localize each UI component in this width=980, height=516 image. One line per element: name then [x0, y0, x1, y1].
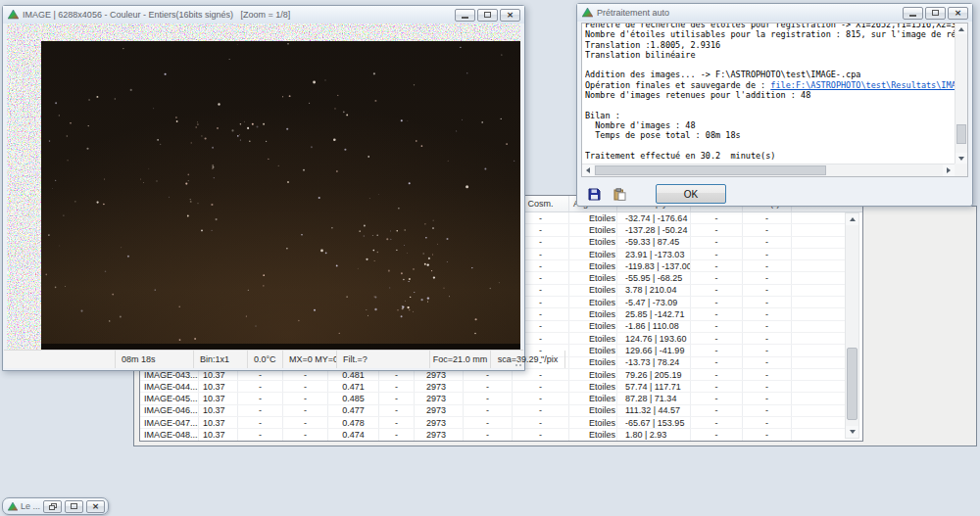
cell: -	[691, 333, 743, 344]
cell: 3.78 | 210.04	[617, 285, 691, 296]
scroll-thumb[interactable]	[956, 124, 966, 144]
scroll-down-button[interactable]	[846, 426, 858, 438]
cell: Etoiles	[569, 345, 617, 355]
log-line: Nombre d'images retenues pour l'addition…	[585, 90, 955, 100]
cell: -	[691, 417, 743, 428]
image-window-titlebar[interactable]: IMAGE | 6288x4056 - Couleur - Entiers(16…	[3, 6, 524, 23]
cell: 10.37	[199, 405, 238, 416]
scroll-right-button[interactable]	[943, 164, 955, 176]
table-row[interactable]: IMAGE-047....10.37--0.478-2973--Etoiles-…	[140, 417, 846, 429]
cell: -13.73 | 78.24	[617, 357, 691, 368]
cell: -	[743, 333, 792, 344]
close-button[interactable]: ×	[948, 7, 968, 20]
cell: Etoiles	[569, 321, 617, 332]
cell: -	[691, 405, 743, 416]
cell: Etoiles	[569, 405, 617, 416]
status-segment: 0.0°C	[248, 351, 283, 368]
scroll-down-button[interactable]	[956, 153, 967, 164]
status-segment: Bin:1x1	[194, 351, 248, 368]
cell: 0.474	[328, 429, 379, 440]
cell: 2973	[415, 393, 464, 403]
dialog-title: Prétraitement auto	[597, 8, 669, 18]
minimize-icon	[462, 17, 468, 19]
maximize-button[interactable]	[65, 500, 83, 513]
cell: -	[379, 417, 415, 428]
arrow-up-icon	[958, 27, 964, 31]
cell: -	[691, 357, 743, 368]
close-icon: ×	[955, 9, 962, 18]
cell: -	[743, 297, 792, 307]
status-segment: 08m 18s	[116, 351, 194, 368]
cell: -	[691, 249, 743, 259]
image-window: IMAGE | 6288x4056 - Couleur - Entiers(16…	[2, 5, 525, 371]
cell: -	[283, 417, 328, 428]
log-line	[585, 60, 955, 70]
scroll-up-button[interactable]	[956, 23, 967, 34]
restore-icon	[932, 10, 939, 16]
cell: -	[743, 321, 792, 332]
minimize-icon	[909, 15, 916, 17]
cell: -	[743, 393, 792, 403]
result-file-link[interactable]: file:F:\ASTROPHOTO\test\Resultats\IMAGE.…	[770, 80, 955, 90]
cell: 2973	[415, 417, 464, 428]
scroll-up-button[interactable]	[846, 213, 858, 225]
scroll-thumb[interactable]	[595, 165, 826, 175]
minimized-window[interactable]: Le ... ×	[2, 497, 109, 515]
scroll-left-button[interactable]	[582, 164, 594, 176]
cell: -	[513, 417, 569, 428]
cell: -32.74 | -176.64	[617, 212, 691, 223]
cell: -5.47 | -73.09	[617, 297, 691, 307]
copy-log-button[interactable]	[611, 186, 628, 202]
log-horizontal-scrollbar[interactable]	[582, 164, 955, 176]
cell: 79.26 | 205.19	[617, 369, 691, 380]
table-row[interactable]: IMAGE-044....10.37--0.471-2973--Etoiles5…	[140, 381, 846, 393]
cell: -	[691, 272, 743, 283]
dialog-titlebar[interactable]: Prétraitement auto ×	[577, 4, 972, 22]
cell: 0.477	[328, 405, 379, 416]
cell: -	[743, 345, 792, 355]
cell: 0.471	[328, 381, 379, 392]
noise-border-left	[7, 23, 41, 350]
cell: -	[743, 369, 792, 380]
restore-button[interactable]	[43, 500, 62, 513]
cell: -	[691, 285, 743, 296]
table-row[interactable]: IMAGE-048....10.37--0.474-2973--Etoiles1…	[140, 429, 846, 441]
log-line: Translation bilinéaire	[585, 50, 955, 60]
log-line: Nombre d'étoiles utilisables pour la reg…	[585, 29, 955, 39]
log-line: Opération finales et sauvegarde de : fil…	[585, 80, 955, 90]
cell: -	[513, 381, 569, 392]
cell: Etoiles	[569, 285, 617, 296]
status-segment: MX=0 MY=0	[283, 351, 337, 368]
cell: Etoiles	[569, 272, 617, 283]
astrophoto-canvas[interactable]	[7, 23, 520, 350]
close-button[interactable]: ×	[500, 9, 520, 22]
table-vertical-scrollbar[interactable]	[845, 212, 859, 439]
table-row[interactable]: IMAGE-046....10.37--0.477-2973--Etoiles1…	[140, 405, 846, 417]
scroll-thumb[interactable]	[847, 348, 858, 419]
cell: 10.37	[199, 393, 238, 403]
table-row[interactable]: IMAGE-045....10.37--0.485-2973--Etoiles8…	[140, 393, 846, 404]
cell: 1.80 | 2.93	[617, 429, 691, 440]
cell: -	[691, 393, 743, 403]
log-link-prefix: Opération finales et sauvegarde de :	[585, 80, 770, 90]
minimize-button[interactable]	[455, 9, 475, 22]
restore-button[interactable]	[925, 7, 946, 20]
resize-grip-icon[interactable]	[514, 358, 521, 366]
save-log-button[interactable]	[585, 186, 603, 202]
cell: -137.28 | -50.24	[617, 224, 691, 235]
cell: -	[238, 429, 283, 440]
cell: Etoiles	[569, 333, 617, 344]
close-icon: ×	[507, 11, 514, 20]
close-button[interactable]: ×	[86, 500, 105, 513]
minimize-button[interactable]	[903, 7, 923, 20]
log-vertical-scrollbar[interactable]	[955, 23, 967, 164]
restore-button[interactable]	[477, 9, 498, 22]
cell: Etoiles	[569, 381, 617, 392]
app-prism-icon	[8, 10, 19, 20]
cell: IMAGE-045....	[140, 393, 199, 403]
log-line: Addition des images... -> F:\ASTROPHOTO\…	[585, 70, 955, 79]
cell: -	[379, 429, 415, 440]
cell: 0.478	[328, 417, 379, 428]
ok-button[interactable]: OK	[656, 184, 726, 204]
cell: -	[691, 321, 743, 332]
